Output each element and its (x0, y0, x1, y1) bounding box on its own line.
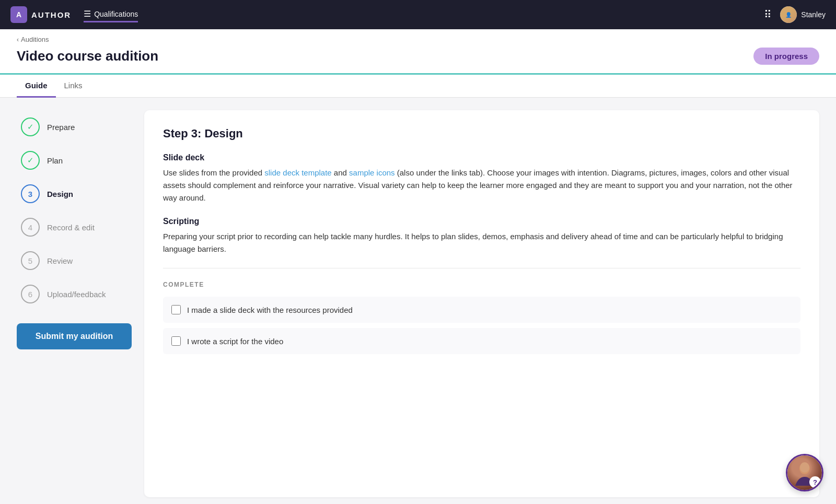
user-menu[interactable]: 👤 Stanley (780, 6, 826, 23)
tab-guide[interactable]: Guide (17, 75, 56, 98)
logo-icon: A (10, 6, 27, 23)
slide-deck-body: Use slides from the provided slide deck … (163, 167, 800, 204)
top-navigation: A AUTHOR ☰ Qualifications ⠿ 👤 Stanley (0, 0, 836, 29)
breadcrumb-text: Auditions (21, 36, 49, 43)
scripting-body: Preparing your script prior to recording… (163, 230, 800, 255)
step-5-icon: 5 (21, 251, 40, 270)
step-plan[interactable]: ✓ Plan (17, 144, 132, 177)
scripting-section: Scripting Preparing your script prior to… (163, 217, 800, 255)
complete-section: COMPLETE I made a slide deck with the re… (163, 281, 800, 354)
checkbox-slide-deck-label[interactable]: I made a slide deck with the resources p… (187, 306, 353, 314)
logo-text: AUTHOR (31, 10, 71, 19)
step-record-edit[interactable]: 4 Record & edit (17, 210, 132, 244)
scripting-title: Scripting (163, 217, 800, 226)
slide-deck-text-before-link1: Use slides from the provided (163, 168, 264, 177)
checkbox-script-input[interactable] (171, 336, 181, 346)
content-card: Step 3: Design Slide deck Use slides fro… (144, 110, 819, 497)
step-5-label: Review (47, 256, 73, 265)
step-3-label: Design (47, 190, 73, 198)
sample-icons-link[interactable]: sample icons (349, 168, 395, 177)
nav-item-label: Qualifications (94, 10, 138, 18)
main-content: ✓ Prepare ✓ Plan 3 Design 4 Record & edi… (0, 98, 836, 504)
step-upload-feedback[interactable]: 6 Upload/feedback (17, 277, 132, 311)
hamburger-icon: ☰ (84, 9, 91, 19)
slide-deck-section: Slide deck Use slides from the provided … (163, 153, 800, 204)
page-header: ‹ Auditions Video course audition In pro… (0, 29, 836, 75)
step-6-label: Upload/feedback (47, 290, 106, 299)
tab-links[interactable]: Links (56, 75, 91, 98)
step-4-label: Record & edit (47, 223, 95, 232)
steps-sidebar: ✓ Prepare ✓ Plan 3 Design 4 Record & edi… (17, 110, 132, 497)
grid-icon[interactable]: ⠿ (764, 8, 772, 21)
chat-widget[interactable]: ? (786, 454, 823, 491)
step-3-icon: 3 (21, 184, 40, 203)
submit-audition-button[interactable]: Submit my audition (17, 323, 132, 349)
complete-label: COMPLETE (163, 281, 800, 288)
breadcrumb[interactable]: ‹ Auditions (17, 36, 819, 43)
step-1-label: Prepare (47, 123, 75, 132)
step-1-icon: ✓ (21, 118, 40, 136)
step-review[interactable]: 5 Review (17, 244, 132, 277)
tabs-bar: Guide Links (0, 75, 836, 98)
step-2-icon: ✓ (21, 151, 40, 170)
logo[interactable]: A AUTHOR (10, 6, 71, 23)
user-name: Stanley (801, 10, 826, 19)
checkbox-slide-deck[interactable]: I made a slide deck with the resources p… (163, 297, 800, 323)
section-divider (163, 268, 800, 268)
step-design[interactable]: 3 Design (17, 177, 132, 210)
step-4-icon: 4 (21, 218, 40, 237)
step-prepare[interactable]: ✓ Prepare (17, 110, 132, 144)
step-title: Step 3: Design (163, 127, 800, 140)
checkbox-slide-deck-input[interactable] (171, 305, 181, 314)
checkbox-script-label[interactable]: I wrote a script for the video (187, 337, 283, 346)
status-badge: In progress (753, 48, 819, 65)
nav-item-qualifications[interactable]: ☰ Qualifications (84, 7, 138, 22)
chat-help-icon: ? (809, 476, 821, 488)
checkbox-script[interactable]: I wrote a script for the video (163, 328, 800, 354)
step-2-label: Plan (47, 156, 63, 165)
slide-deck-template-link[interactable]: slide deck template (264, 168, 331, 177)
slide-deck-text-between-links: and (332, 168, 349, 177)
page-title: Video course audition (17, 48, 158, 64)
svg-point-2 (800, 462, 809, 473)
breadcrumb-arrow: ‹ (17, 36, 19, 43)
avatar: 👤 (780, 6, 797, 23)
slide-deck-title: Slide deck (163, 153, 800, 162)
step-6-icon: 6 (21, 285, 40, 303)
